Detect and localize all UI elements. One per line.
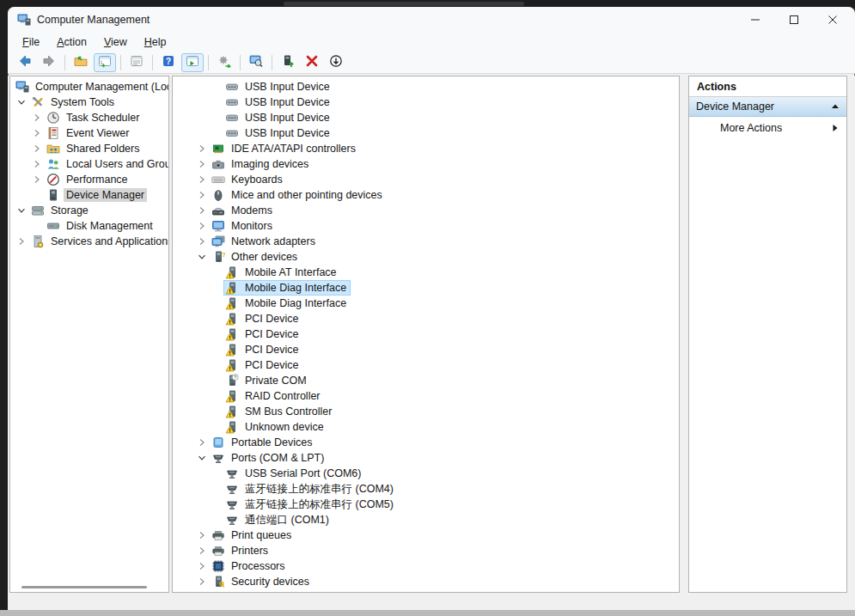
tree-item-content: Keyboards <box>210 172 287 187</box>
console-tree-toggle-button[interactable] <box>94 53 116 72</box>
tree-item-content: Disk Management <box>45 218 157 234</box>
tree-item[interactable]: Processors <box>173 558 679 574</box>
more-actions-item[interactable]: More Actions <box>689 117 846 139</box>
chevron-down-icon[interactable] <box>194 450 210 466</box>
chevron-right-icon[interactable] <box>29 141 45 156</box>
menu-file[interactable]: File <box>14 34 48 51</box>
chevron-right-icon[interactable] <box>194 234 210 249</box>
enable-device-button[interactable] <box>277 53 299 72</box>
update-driver-button[interactable] <box>213 53 235 72</box>
horizontal-scrollbar[interactable] <box>10 582 168 592</box>
tree-item[interactable]: Performance <box>10 172 168 187</box>
close-button[interactable] <box>813 7 852 33</box>
chevron-right-icon[interactable] <box>194 218 210 234</box>
tree-item-content: Computer Management (Local <box>14 79 168 95</box>
tree-item[interactable]: Mobile Diag Interface <box>173 280 679 296</box>
chevron-down-icon[interactable] <box>14 203 29 218</box>
tree-item[interactable]: Modems <box>173 203 679 218</box>
tree-item[interactable]: Unknown device <box>173 419 679 435</box>
chevron-right-icon[interactable] <box>29 125 45 141</box>
chevron-right-icon[interactable] <box>14 234 29 249</box>
tree-item[interactable]: 通信端口 (COM1) <box>173 512 679 528</box>
tree-item[interactable]: Computer Management (Local <box>10 79 168 95</box>
tree-item[interactable]: USB Input Device <box>173 95 679 110</box>
tree-item[interactable]: Ports (COM & LPT) <box>173 450 679 466</box>
tree-item[interactable]: Mice and other pointing devices <box>173 187 679 203</box>
forward-button[interactable] <box>38 53 60 72</box>
tree-item[interactable]: System Tools <box>10 95 168 110</box>
scan-hardware-button[interactable] <box>245 53 267 72</box>
chevron-right-icon[interactable] <box>194 543 210 558</box>
chevron-right-icon[interactable] <box>29 110 45 125</box>
maximize-icon <box>789 15 799 25</box>
tree-item[interactable]: RAID Controller <box>173 388 679 404</box>
properties-button[interactable] <box>125 53 148 72</box>
tree-item[interactable]: SM Bus Controller <box>173 404 679 419</box>
tree-item[interactable]: ?Other devices <box>173 249 679 265</box>
tree-item[interactable]: PCI Device <box>173 357 679 373</box>
scrollbar-thumb[interactable] <box>21 586 147 589</box>
tree-item[interactable]: 蓝牙链接上的标准串行 (COM5) <box>173 497 679 512</box>
disable-device-button[interactable] <box>325 53 347 72</box>
action-pane-icon <box>186 54 199 70</box>
chevron-right-icon[interactable] <box>194 203 210 218</box>
tree-item[interactable]: USB Input Device <box>173 79 679 95</box>
tree-item[interactable]: Mobile AT Interface <box>173 265 679 280</box>
tree-item[interactable]: 蓝牙链接上的标准串行 (COM4) <box>173 481 679 497</box>
back-button[interactable] <box>14 53 36 72</box>
tree-item[interactable]: Portable Devices <box>173 435 679 450</box>
chevron-right-icon[interactable] <box>194 574 210 589</box>
tree-item[interactable]: Device Manager <box>10 187 168 203</box>
tree-item-label: Portable Devices <box>229 436 315 449</box>
tree-item[interactable]: Imaging devices <box>173 156 679 172</box>
tree-item[interactable]: Monitors <box>173 218 679 234</box>
menu-view[interactable]: View <box>95 34 136 51</box>
more-actions-label: More Actions <box>720 122 832 134</box>
tree-item[interactable]: Security devices <box>173 574 679 589</box>
chevron-right-icon[interactable] <box>194 172 210 187</box>
tree-item-label: Task Scheduler <box>64 111 142 125</box>
chevron-right-icon[interactable] <box>194 141 210 156</box>
uninstall-device-button[interactable] <box>301 53 323 72</box>
chevron-right-icon[interactable] <box>29 172 45 187</box>
tree-item[interactable]: Keyboards <box>173 172 679 187</box>
chevron-right-icon[interactable] <box>194 528 210 543</box>
export-list-button[interactable] <box>70 53 92 72</box>
chevron-right-icon[interactable] <box>194 156 210 172</box>
tree-item[interactable]: PCI Device <box>173 311 679 326</box>
tree-item[interactable]: Storage <box>10 203 168 218</box>
action-pane-toggle-button[interactable] <box>181 53 204 72</box>
tree-item[interactable]: PCI Device <box>173 326 679 342</box>
chevron-down-icon[interactable] <box>14 95 29 110</box>
chevron-down-icon[interactable] <box>194 249 210 265</box>
tree-item[interactable]: Disk Management <box>10 218 168 234</box>
minimize-button[interactable] <box>736 7 774 33</box>
tree-item-label: 蓝牙链接上的标准串行 (COM5) <box>242 497 396 511</box>
menu-action[interactable]: Action <box>48 34 95 51</box>
tree-item[interactable]: Printers <box>173 543 679 558</box>
chevron-right-icon[interactable] <box>194 558 210 574</box>
tree-item[interactable]: Print queues <box>173 528 679 543</box>
tree-item[interactable]: Shared Folders <box>10 141 168 156</box>
tree-item[interactable]: Event Viewer <box>10 125 168 141</box>
imaging-device-icon <box>211 157 225 171</box>
tree-item[interactable]: PCI Device <box>173 342 679 357</box>
tree-item[interactable]: Task Scheduler <box>10 110 168 125</box>
tree-item[interactable]: Mobile Diag Interface <box>173 296 679 311</box>
chevron-right-icon[interactable] <box>194 187 210 203</box>
menu-help[interactable]: Help <box>136 34 175 51</box>
chevron-right-icon[interactable] <box>29 156 45 172</box>
tree-item[interactable]: USB Input Device <box>173 125 679 141</box>
tree-item[interactable]: Services and Applications <box>10 234 168 249</box>
tree-item[interactable]: Network adapters <box>173 234 679 249</box>
tree-item[interactable]: ?Private COM <box>173 373 679 388</box>
tree-item[interactable]: USB Serial Port (COM6) <box>173 466 679 481</box>
help-button[interactable]: ? <box>157 53 180 72</box>
tree-item[interactable]: USB Input Device <box>173 110 679 125</box>
actions-section-device-manager[interactable]: Device Manager <box>689 97 846 117</box>
collapse-icon[interactable] <box>831 103 840 110</box>
tree-item[interactable]: Local Users and Groups <box>10 156 168 172</box>
tree-item[interactable]: IDE ATA/ATAPI controllers <box>173 141 679 156</box>
maximize-button[interactable] <box>774 7 813 33</box>
chevron-right-icon[interactable] <box>194 435 210 450</box>
